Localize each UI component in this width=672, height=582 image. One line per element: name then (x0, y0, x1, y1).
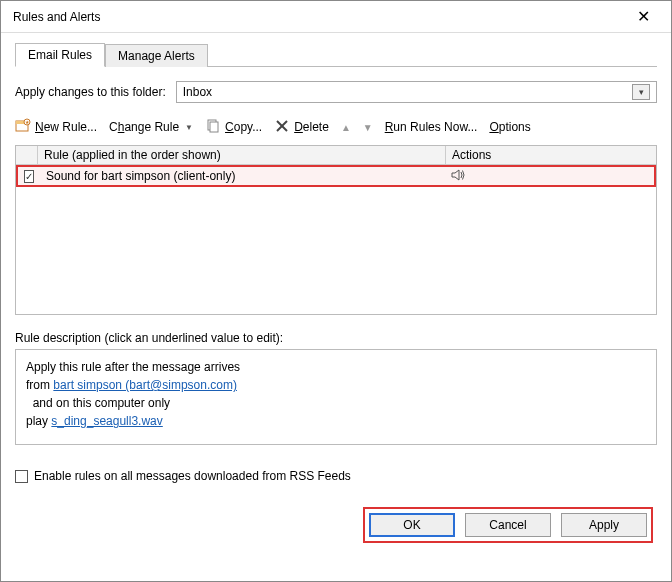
rule-enabled-checkbox[interactable]: ✓ (24, 170, 34, 183)
close-button[interactable]: ✕ (623, 7, 663, 26)
options-button[interactable]: Options (489, 120, 530, 134)
header-actions[interactable]: Actions (446, 146, 656, 164)
tab-manage-alerts[interactable]: Manage Alerts (105, 44, 208, 67)
desc-line-4: play s_ding_seagull3.wav (26, 412, 646, 430)
move-down-button[interactable]: ▼ (363, 122, 373, 133)
copy-button[interactable]: Copy... (205, 118, 262, 137)
table-row[interactable]: ✓ Sound for bart simpson (client-only) (16, 165, 656, 187)
folder-label: Apply changes to this folder: (15, 85, 166, 99)
move-up-button[interactable]: ▲ (341, 122, 351, 133)
tab-strip: Email Rules Manage Alerts (15, 43, 657, 67)
delete-button[interactable]: Delete (274, 118, 329, 137)
cancel-button[interactable]: Cancel (465, 513, 551, 537)
rss-checkbox[interactable] (15, 470, 28, 483)
rules-list: Rule (applied in the order shown) Action… (15, 145, 657, 315)
desc-sound-link[interactable]: s_ding_seagull3.wav (51, 414, 162, 428)
description-box: Apply this rule after the message arrive… (15, 349, 657, 445)
rules-list-header: Rule (applied in the order shown) Action… (16, 146, 656, 165)
change-rule-button[interactable]: Change Rule▼ (109, 120, 193, 134)
description-label: Rule description (click an underlined va… (15, 331, 657, 345)
run-rules-now-button[interactable]: Run Rules Now... (385, 120, 478, 134)
svg-rect-5 (210, 122, 218, 132)
copy-icon (205, 118, 221, 137)
titlebar: Rules and Alerts ✕ (1, 1, 671, 33)
footer-highlight: OK Cancel Apply (363, 507, 653, 543)
speaker-icon (450, 167, 466, 186)
rules-and-alerts-dialog: Rules and Alerts ✕ Email Rules Manage Al… (0, 0, 672, 582)
rss-enable-row[interactable]: Enable rules on all messages downloaded … (15, 469, 657, 483)
desc-sender-link[interactable]: bart simpson (bart@simpson.com) (53, 378, 237, 392)
delete-icon (274, 118, 290, 137)
folder-selected-value: Inbox (183, 85, 212, 99)
ok-button[interactable]: OK (369, 513, 455, 537)
rule-name: Sound for bart simpson (client-only) (40, 169, 444, 183)
svg-marker-8 (452, 170, 459, 180)
header-check (16, 146, 38, 164)
chevron-down-icon[interactable]: ▾ (632, 84, 650, 100)
rss-label: Enable rules on all messages downloaded … (34, 469, 351, 483)
desc-line-3: and on this computer only (26, 394, 646, 412)
toolbar: ★ New Rule... Change Rule▼ Copy... Delet… (15, 115, 657, 139)
tab-email-rules[interactable]: Email Rules (15, 43, 105, 67)
new-rule-icon: ★ (15, 118, 31, 137)
apply-button[interactable]: Apply (561, 513, 647, 537)
rules-list-body[interactable]: ✓ Sound for bart simpson (client-only) (16, 165, 656, 314)
window-title: Rules and Alerts (13, 10, 623, 24)
dialog-footer: OK Cancel Apply (15, 501, 657, 547)
folder-select[interactable]: Inbox ▾ (176, 81, 657, 103)
desc-line-1: Apply this rule after the message arrive… (26, 358, 646, 376)
new-rule-button[interactable]: ★ New Rule... (15, 118, 97, 137)
header-rule[interactable]: Rule (applied in the order shown) (38, 146, 446, 164)
desc-line-2: from bart simpson (bart@simpson.com) (26, 376, 646, 394)
